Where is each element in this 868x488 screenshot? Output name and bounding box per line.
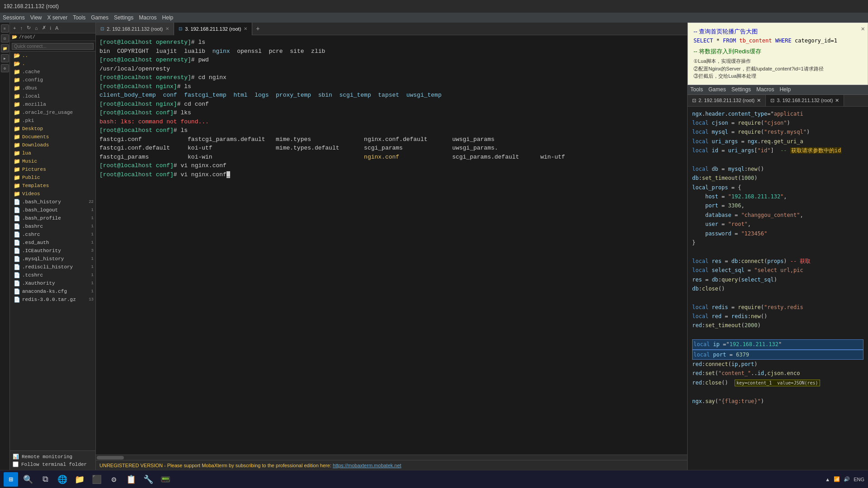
tree-item[interactable]: 📄 .bash_history 22 — [10, 198, 95, 206]
popup-redis-title: -- 将数据存入到Redis缓存 — [693, 47, 862, 56]
tree-item[interactable]: 📁 Templates — [10, 182, 95, 190]
terminal-tab-close[interactable]: ✕ — [244, 26, 247, 31]
menu-tools[interactable]: Tools — [73, 14, 85, 21]
scrollbar-thumb[interactable] — [97, 456, 124, 460]
right-menu-settings[interactable]: Settings — [731, 86, 751, 93]
tree-item[interactable]: 📁 Downloads — [10, 141, 95, 149]
menu-sessions[interactable]: Sessions — [3, 14, 25, 21]
tree-item[interactable]: 📁 .cache — [10, 68, 95, 76]
folder-icon: 📁 — [14, 69, 20, 75]
tree-item[interactable]: 📁 lua — [10, 149, 95, 157]
terminal-tab-2[interactable]: ⊡ 3. 192.168.211.132 (root) ✕ — [174, 23, 252, 35]
new-tab-button[interactable]: + — [252, 25, 263, 33]
file-tree: 📂 .. 📂 . 📁 .cache 📁 .config 📁 .dbus 📁 — [10, 52, 95, 450]
taskbar-app3[interactable]: 📟 — [158, 472, 173, 487]
menu-games[interactable]: Games — [91, 14, 108, 21]
tree-item[interactable]: 📁 .local — [10, 92, 95, 100]
tree-item-name: .oracle_jre_usage — [22, 110, 73, 115]
tree-item[interactable]: 📄 .esd_auth 1 — [10, 239, 95, 247]
tree-item-name: .esd_auth — [22, 240, 49, 245]
taskbar-app1[interactable]: 📋 — [124, 472, 138, 487]
taskbar-tray: ▲ 📶 🔊 ENG — [825, 476, 864, 482]
taskbar-files[interactable]: 📁 — [72, 472, 87, 487]
file-count: 1 — [91, 257, 94, 261]
sessions-btn[interactable]: ⊡ — [1, 34, 9, 42]
sftp-btn[interactable]: 📁 — [1, 44, 9, 52]
popup-close-btn[interactable]: ✕ — [861, 25, 865, 33]
tree-item[interactable]: 📁 Documents — [10, 133, 95, 141]
sidebar-info-btn[interactable]: i — [49, 25, 52, 31]
terminal-tab-close[interactable]: ✕ — [165, 26, 169, 31]
sidebar-search-input[interactable] — [12, 43, 94, 50]
tree-item-name: .bash_history — [22, 199, 61, 205]
right-tab-icon: ⊡ — [770, 98, 774, 103]
taskbar-taskview[interactable]: ⧉ — [38, 472, 52, 487]
taskbar-terminal[interactable]: ⬛ — [90, 472, 104, 487]
taskbar-settings[interactable]: ⚙ — [107, 472, 121, 487]
menu-macros[interactable]: Macros — [139, 14, 156, 21]
right-code-tab-1[interactable]: ⊡ 2. 192.168.211.132 (root) ✕ — [688, 95, 766, 106]
unregistered-url[interactable]: https://mobaxterm.mobatek.net — [333, 463, 401, 468]
tree-item[interactable]: 📁 Public — [10, 174, 95, 182]
tree-item[interactable]: 📄 .bash_logout 1 — [10, 206, 95, 214]
taskbar-app2[interactable]: 🔧 — [141, 472, 156, 487]
sidebar-up-btn[interactable]: ↑ — [19, 25, 24, 31]
right-code-content[interactable]: ngx.header.content_type="applicati local… — [688, 107, 868, 470]
start-button[interactable]: ⊞ — [4, 472, 18, 487]
term-line: client_body_temp conf fastcgi_temp html … — [99, 91, 684, 100]
tree-item[interactable]: 📄 .cshrc 1 — [10, 230, 95, 239]
right-menu-games[interactable]: Games — [708, 86, 726, 93]
tree-item[interactable]: 📁 .pki — [10, 117, 95, 125]
tree-item[interactable]: 📄 redis-3.0.0.tar.gz 13 — [10, 296, 95, 304]
sidebar-home-btn[interactable]: ⌂ — [33, 25, 39, 31]
sidebar-refresh-btn[interactable]: ↻ — [25, 24, 32, 31]
tree-item[interactable]: 📄 .rediscli_history 1 — [10, 263, 95, 271]
sidebar-rename-btn[interactable]: A — [54, 25, 60, 31]
tree-item[interactable]: 📁 Videos — [10, 190, 95, 198]
right-code-tab-2[interactable]: ⊡ 3. 192.168.211.132 (root) ✕ — [766, 95, 844, 106]
right-tab-close[interactable]: ✕ — [757, 98, 761, 103]
term-line: [root@localhost nginx]# cd conf — [99, 100, 684, 109]
taskbar-search[interactable]: 🔍 — [21, 472, 35, 487]
macro-btn[interactable]: ▶ — [1, 54, 9, 62]
right-menu-macros[interactable]: Macros — [756, 86, 774, 93]
tree-item[interactable]: 📁 .config — [10, 76, 95, 84]
menu-xserver[interactable]: X server — [47, 14, 68, 21]
sidebar-delete-btn[interactable]: ✗ — [41, 24, 47, 31]
tree-item[interactable]: 📄 .Xauthority 1 — [10, 279, 95, 287]
tree-item-name: .. — [22, 53, 28, 58]
settings-btn[interactable]: ⚙ — [1, 64, 9, 72]
terminal-tab-1[interactable]: ⊡ 2. 192.168.211.132 (root) ✕ — [96, 23, 174, 35]
sql-keyword: SELECT — [693, 38, 713, 44]
menu-view[interactable]: View — [30, 14, 42, 21]
follow-terminal-checkbox[interactable] — [13, 461, 19, 467]
right-menu-help[interactable]: Help — [779, 86, 791, 93]
tree-item[interactable]: 📄 anaconda-ks.cfg 1 — [10, 287, 95, 296]
sidebar-toggle-btn[interactable]: ≡ — [1, 24, 9, 33]
tree-item[interactable]: 📄 .tcshrc 1 — [10, 271, 95, 279]
tree-item[interactable]: 📄 .bash_profile 1 — [10, 214, 95, 222]
tree-item[interactable]: 📁 .dbus — [10, 84, 95, 92]
terminal-scrollbar-h[interactable] — [96, 455, 687, 460]
tree-item[interactable]: 📁 Pictures — [10, 165, 95, 174]
tree-item[interactable]: 📂 .. — [10, 52, 95, 60]
menu-settings[interactable]: Settings — [114, 14, 133, 21]
tree-item-name: .pki — [22, 118, 34, 123]
menu-help[interactable]: Help — [162, 14, 174, 21]
terminal-content[interactable]: [root@localhost openresty]# ls bin COPYR… — [96, 35, 687, 455]
tree-item[interactable]: 📄 .bashrc 1 — [10, 222, 95, 230]
tree-item[interactable]: 📁 .oracle_jre_usage — [10, 108, 95, 117]
right-menu-tools[interactable]: Tools — [690, 86, 703, 93]
tree-item[interactable]: 📂 . — [10, 60, 95, 68]
popup-note-2: ②配置Nginx的Server，拦截/update_content?id=1请求… — [693, 65, 862, 73]
tree-item[interactable]: 📁 Music — [10, 157, 95, 165]
tree-item[interactable]: 📄 .mysql_history 1 — [10, 255, 95, 263]
right-tab-close[interactable]: ✕ — [835, 98, 839, 103]
tree-item[interactable]: 📄 .ICEauthority 3 — [10, 247, 95, 255]
file-icon: 📄 — [14, 256, 20, 263]
tree-item[interactable]: 📁 Desktop — [10, 125, 95, 133]
sidebar-new-btn[interactable]: + — [12, 25, 17, 31]
tree-item-name: .tcshrc — [22, 272, 43, 278]
taskbar-chrome[interactable]: 🌐 — [55, 472, 70, 487]
tree-item[interactable]: 📁 .mozilla — [10, 100, 95, 108]
